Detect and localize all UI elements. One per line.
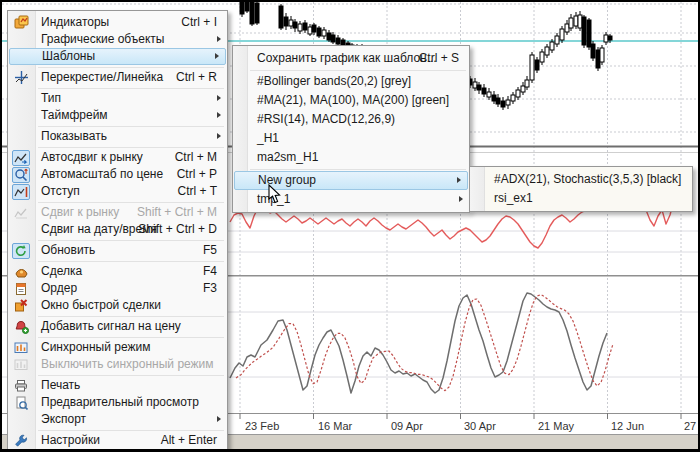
menu-separator xyxy=(38,375,224,376)
menu-item-indicators[interactable]: ИндикаторыCtrl + I xyxy=(8,14,227,31)
submenu-arrow-icon xyxy=(217,416,221,422)
date-axis-label: 12 Jun xyxy=(611,420,644,432)
menu-item-save-as-template[interactable]: Сохранить график как шаблон...Ctrl + S xyxy=(233,49,469,68)
screenshot-frame: 23 Feb16 Mar09 Apr30 Apr21 May12 Jun27 J… xyxy=(0,0,700,452)
menu-item-show[interactable]: Показывать xyxy=(8,128,227,145)
menu-item-shortcut: Ctrl + I xyxy=(181,14,217,31)
menu-item-print[interactable]: Печать xyxy=(8,377,227,394)
menu-item-graphic-objects[interactable]: Графические объекты xyxy=(8,31,227,48)
menu-item-label: Показывать xyxy=(41,129,107,143)
menu-separator xyxy=(250,70,466,71)
menu-item-tpl-rsi-ex1[interactable]: rsi_ex1 xyxy=(470,189,692,208)
menu-item-tpl-ma[interactable]: #MA(21), MA(100), MA(200) [green] xyxy=(233,91,469,110)
menu-item-label: Добавить сигнал на цену xyxy=(41,319,181,333)
print-icon xyxy=(12,378,30,394)
menu-item-label: Сдвиг к рынку xyxy=(41,205,119,219)
menu-item-label: Синхронный режим xyxy=(41,340,150,354)
magnifier-scale-icon xyxy=(12,167,30,183)
menu-item-label: rsi_ex1 xyxy=(494,191,533,205)
menu-item-label: New group xyxy=(258,173,316,187)
menu-item-tpl-bollinger[interactable]: #Bollinger bands(20,2) [grey] xyxy=(233,72,469,91)
menu-item-shift-to-date[interactable]: Сдвиг на дату/времяShift + Ctrl + D xyxy=(8,221,227,238)
menu-item-label: Выключить синхронный режим xyxy=(41,357,214,371)
menu-separator xyxy=(38,126,224,127)
menu-item-label: Автомасштаб по цене xyxy=(41,167,163,181)
menu-separator xyxy=(38,316,224,317)
menu-item-templates[interactable]: Шаблоны xyxy=(9,48,226,65)
submenu-arrow-icon xyxy=(215,53,219,59)
menu-item-sync-mode[interactable]: Синхронный режим xyxy=(8,339,227,356)
chart-gray-icon xyxy=(12,205,30,221)
chart-arrow-icon xyxy=(12,150,30,166)
date-axis-label: 21 May xyxy=(538,420,574,432)
new-group-submenu: #ADX(21), Stochastic(3,5,3) [black]rsi_e… xyxy=(469,166,693,212)
indicators-icon xyxy=(12,15,30,31)
menu-item-type[interactable]: Тип xyxy=(8,90,227,107)
sync-gray-icon xyxy=(12,357,30,373)
menu-item-autoscale[interactable]: Автомасштаб по ценеCtrl + P xyxy=(8,166,227,183)
menu-separator xyxy=(250,169,466,170)
menu-item-shift-to-market: Сдвиг к рынкуShift + Ctrl + M xyxy=(8,204,227,221)
menu-item-refresh[interactable]: ОбновитьF5 xyxy=(8,242,227,259)
menu-item-label: Тип xyxy=(41,91,61,105)
menu-separator xyxy=(38,202,224,203)
menu-item-price-alert[interactable]: Добавить сигнал на цену xyxy=(8,318,227,335)
menu-item-tpl-rsi-macd[interactable]: #RSI(14), MACD(12,26,9) xyxy=(233,110,469,129)
menu-item-shortcut: Ctrl + P xyxy=(177,166,217,183)
menu-item-indent[interactable]: ОтступCtrl + T xyxy=(8,183,227,200)
menu-separator xyxy=(38,430,224,431)
menu-separator xyxy=(38,67,224,68)
menu-item-tpl-h1[interactable]: _H1 xyxy=(233,129,469,148)
menu-item-shortcut: Shift + Ctrl + D xyxy=(138,221,217,238)
menu-item-tpl-adx-stoch[interactable]: #ADX(21), Stochastic(3,5,3) [black] xyxy=(470,170,692,189)
date-axis-label: 16 Mar xyxy=(318,420,352,432)
menu-item-shortcut: F5 xyxy=(203,242,217,259)
menu-item-label: Печать xyxy=(41,378,80,392)
menu-item-quick-trade[interactable]: Окно быстрой сделки xyxy=(8,297,227,314)
menu-item-export[interactable]: Экспорт xyxy=(8,411,227,428)
menu-item-label: Автосдвиг к рынку xyxy=(41,150,143,164)
date-axis-label: 09 Apr xyxy=(391,420,423,432)
menu-item-label: Предварительный просмотр xyxy=(41,395,199,409)
menu-item-shortcut: Shift + Ctrl + M xyxy=(137,204,217,221)
menu-item-sync-off: Выключить синхронный режим xyxy=(8,356,227,373)
menu-item-label: Перекрестие/Линейка xyxy=(41,70,163,84)
submenu-arrow-icon xyxy=(457,177,461,183)
menu-item-label: Обновить xyxy=(41,243,95,257)
menu-item-label: Индикаторы xyxy=(41,15,109,29)
menu-item-shortcut: Ctrl + M xyxy=(175,149,217,166)
menu-item-tpl-ma2sm[interactable]: ma2sm_H1 xyxy=(233,148,469,167)
menu-item-autoscroll[interactable]: Автосдвиг к рынкуCtrl + M xyxy=(8,149,227,166)
menu-item-order[interactable]: ОрдерF3 xyxy=(8,280,227,297)
submenu-arrow-icon xyxy=(217,112,221,118)
sync-icon xyxy=(12,340,30,356)
menu-item-label: Сохранить график как шаблон... xyxy=(257,51,437,65)
submenu-arrow-icon xyxy=(217,95,221,101)
menu-separator xyxy=(38,88,224,89)
menu-item-shortcut: Ctrl + S xyxy=(419,49,459,68)
chart-window: 23 Feb16 Mar09 Apr30 Apr21 May12 Jun27 J… xyxy=(2,2,698,449)
menu-item-label: ma2sm_H1 xyxy=(257,150,318,164)
quick-trade-icon xyxy=(12,298,30,314)
menu-item-print-preview[interactable]: Предварительный просмотр xyxy=(8,394,227,411)
deal-icon xyxy=(12,264,30,280)
submenu-arrow-icon xyxy=(217,133,221,139)
menu-item-label: Шаблоны xyxy=(42,49,95,63)
crosshair-icon xyxy=(12,70,30,86)
submenu-arrow-icon xyxy=(459,196,463,202)
menu-separator xyxy=(38,240,224,241)
price-alert-icon xyxy=(12,319,30,335)
menu-item-label: Отступ xyxy=(41,184,80,198)
menu-item-label: Графические объекты xyxy=(41,32,164,46)
date-axis-label: 23 Feb xyxy=(245,420,279,432)
menu-item-shortcut: Ctrl + T xyxy=(178,183,217,200)
menu-item-label: Настройки xyxy=(41,433,100,447)
menu-item-label: #ADX(21), Stochastic(3,5,3) [black] xyxy=(494,172,681,186)
menu-item-label: Сделка xyxy=(41,264,82,278)
menu-item-timeframe[interactable]: Таймфрейм xyxy=(8,107,227,124)
refresh-icon xyxy=(12,243,30,259)
menu-item-crosshair[interactable]: Перекрестие/ЛинейкаCtrl + R xyxy=(8,69,227,86)
menu-item-deal[interactable]: СделкаF4 xyxy=(8,263,227,280)
submenu-arrow-icon xyxy=(217,36,221,42)
menu-item-settings[interactable]: НастройкиAlt + Enter xyxy=(8,432,227,449)
